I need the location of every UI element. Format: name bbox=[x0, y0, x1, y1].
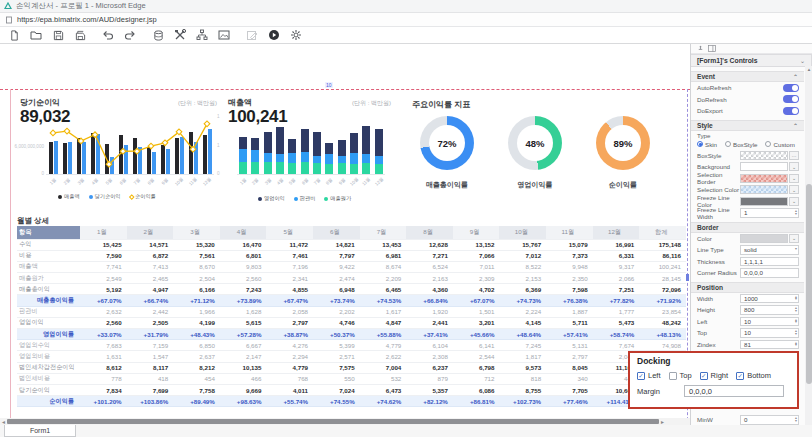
save-icon[interactable] bbox=[52, 29, 64, 41]
pin-icon[interactable] bbox=[697, 45, 704, 52]
toggle-switch[interactable] bbox=[783, 107, 799, 115]
position-section-header[interactable]: Position bbox=[691, 282, 804, 293]
table-row[interactable]: 당기순이익7,8347,6997,7589,6694,0117,0246,473… bbox=[17, 384, 686, 395]
table-row[interactable]: 비용7,5906,8727,5616,8017,4617,7976,9817,2… bbox=[17, 250, 686, 261]
stack-bar bbox=[274, 127, 286, 174]
toggle-switch[interactable] bbox=[783, 84, 799, 92]
color-swatch[interactable] bbox=[740, 197, 788, 206]
edit-icon[interactable] bbox=[246, 29, 258, 41]
toggle-switch[interactable] bbox=[783, 95, 799, 103]
monthly-detail-table[interactable]: 항목1월2월3월4월5월6월7월8월9월10월11월12월합계 수익15,425… bbox=[17, 226, 686, 407]
panel-scrollbar[interactable]: ▲ ▼ bbox=[805, 66, 812, 437]
number-input[interactable]: 800▴▾ bbox=[740, 305, 799, 315]
margin-input[interactable]: 0,0,0,0 bbox=[684, 385, 784, 397]
chart2-x-labels: 1월2월3월4월5월6월7월8월9월10월11월12월 bbox=[237, 179, 385, 184]
table-row[interactable]: 판관비2,6322,4421,9661,6282,0582,2021,6171,… bbox=[17, 306, 686, 317]
table-row[interactable]: 매출총이익5,1924,9476,1667,2434,8556,9486,465… bbox=[17, 284, 686, 295]
sitemap-icon[interactable] bbox=[196, 29, 208, 41]
browser-titlebar: 손익계산서 - 프로필 1 - Microsoft Edge bbox=[0, 0, 812, 13]
image-panel-icon[interactable] bbox=[218, 29, 230, 41]
radio-custom[interactable]: Custom bbox=[765, 141, 794, 148]
border-section-header[interactable]: Border bbox=[691, 222, 804, 233]
tools-icon[interactable] bbox=[174, 29, 186, 41]
scroll-left-icon[interactable]: ◄ bbox=[0, 419, 7, 425]
table-row[interactable]: 매출액7,7417,4138,6709,8037,1969,4228,6746,… bbox=[17, 261, 686, 272]
scroll-up-icon[interactable]: ▲ bbox=[805, 67, 812, 72]
settings-gear-icon[interactable] bbox=[290, 29, 302, 41]
table-row[interactable]: 영업외수익7,6837,1596,8506,6674,2765,3994,779… bbox=[17, 340, 686, 351]
number-input[interactable]: 81▴▾ bbox=[740, 340, 799, 350]
form-tab[interactable]: Form1 bbox=[4, 425, 76, 437]
table-row[interactable]: 영업이익2,5602,5054,1995,6152,7974,7464,8472… bbox=[17, 317, 686, 328]
donut-label: 순이익률 bbox=[583, 180, 663, 190]
stack-bar bbox=[360, 126, 372, 174]
design-canvas[interactable]: 당기순이익 (단위 : 백만원) 89,032 6,000,000,000 0 … bbox=[0, 44, 690, 418]
color-swatch[interactable] bbox=[740, 234, 788, 243]
style-section-header[interactable]: Style⌃ bbox=[691, 120, 804, 131]
radio-skin[interactable]: Skin bbox=[697, 141, 717, 148]
stack-bar bbox=[373, 129, 385, 174]
property-row: MinW0▴▾ bbox=[691, 414, 804, 426]
color-swatch[interactable] bbox=[740, 162, 788, 171]
number-input[interactable]: 10▴▾ bbox=[740, 317, 799, 327]
number-input[interactable]: 0▴▾ bbox=[740, 415, 799, 425]
save-all-icon[interactable] bbox=[74, 29, 86, 41]
color-swatch[interactable] bbox=[740, 174, 788, 183]
radio-boxstyle[interactable]: BoxStyle bbox=[725, 141, 757, 148]
selection-resize-handle[interactable] bbox=[686, 274, 689, 281]
controls-header[interactable]: [Form1]'s Controls ⌄ bbox=[691, 54, 812, 67]
docking-checkboxes: ✓LeftTop✓Right✓Bottom bbox=[637, 371, 791, 380]
docking-checkbox-right[interactable]: ✓Right bbox=[700, 371, 729, 380]
text-input[interactable]: 1,1,1,1 bbox=[740, 257, 799, 267]
donut-chart: 89% bbox=[596, 116, 650, 170]
type-radio-group: SkinBoxStyleCustom bbox=[691, 140, 804, 150]
horizontal-scrollbar[interactable]: ◄ ► bbox=[0, 418, 690, 425]
table-row[interactable]: 매출원가2,5492,4652,5042,5602,3412,4742,2092… bbox=[17, 273, 686, 284]
new-file-icon[interactable] bbox=[8, 29, 20, 41]
color-swatch[interactable] bbox=[740, 151, 788, 160]
table-row[interactable]: 매출총이익률+67.07%+66.74%+71.12%+73.89%+67.47… bbox=[17, 295, 686, 306]
color-swatch[interactable] bbox=[740, 185, 788, 194]
table-row[interactable]: 법인세차감전순이익8,6128,1178,21210,1354,7797,575… bbox=[17, 362, 686, 373]
event-row: DoExport bbox=[691, 105, 804, 117]
dock-layout-icon[interactable] bbox=[708, 45, 716, 52]
number-input[interactable]: 1000▴▾ bbox=[740, 294, 799, 304]
number-input[interactable]: 1▴▾ bbox=[740, 208, 799, 218]
stack-bar bbox=[237, 137, 249, 174]
table-row[interactable]: 순이익률+101.20%+103.86%+89.49%+98.63%+55.74… bbox=[17, 396, 686, 407]
table-header-month: 4월 bbox=[220, 226, 267, 239]
table-row[interactable]: 법인세비용77841845446676855053287971281834044… bbox=[17, 373, 686, 384]
picker-button[interactable]: ⌄ bbox=[789, 162, 799, 171]
undo-icon[interactable] bbox=[102, 29, 114, 41]
docking-checkbox-bottom[interactable]: ✓Bottom bbox=[736, 371, 771, 380]
open-folder-icon[interactable] bbox=[30, 29, 42, 41]
picker-button[interactable]: ⌄ bbox=[789, 197, 799, 206]
url-text[interactable]: https://epa.bimatrix.com/AUD/designer.js… bbox=[17, 15, 157, 24]
text-input[interactable]: 0,0,0,0 bbox=[740, 268, 799, 278]
event-section-header[interactable]: Event⌃ bbox=[691, 71, 804, 82]
picker-button[interactable]: ⌄ bbox=[789, 174, 799, 183]
database-icon[interactable] bbox=[152, 29, 164, 41]
select-input[interactable]: solid▾ bbox=[740, 245, 799, 255]
property-row: Line Typesolid▾ bbox=[691, 244, 804, 256]
designer-app: 손익계산서 - 프로필 1 - Microsoft Edge https://e… bbox=[0, 0, 812, 437]
docking-checkbox-top[interactable]: Top bbox=[669, 371, 692, 380]
table-header-month: 11월 bbox=[546, 226, 593, 239]
run-icon[interactable] bbox=[268, 29, 280, 41]
table-row[interactable]: 영업외비용1,6311,5472,6372,1472,2942,5712,622… bbox=[17, 351, 686, 362]
chart1-yaxis-tick: 0 bbox=[12, 171, 44, 176]
stacked-chart-bars bbox=[237, 125, 385, 175]
table-row[interactable]: 영업이익률+33.07%+31.79%+48.43%+57.28%+38.87%… bbox=[17, 329, 686, 340]
picker-button[interactable]: … bbox=[789, 151, 799, 160]
picker-button[interactable]: ⌄ bbox=[789, 234, 799, 243]
url-bar[interactable]: https://epa.bimatrix.com/AUD/designer.js… bbox=[0, 13, 812, 27]
table-header-month: 8월 bbox=[406, 226, 453, 239]
scroll-right-icon[interactable]: ► bbox=[659, 419, 666, 425]
property-row: Freeze Line Width1▴▾ bbox=[691, 207, 804, 219]
number-input[interactable]: 10▴▾ bbox=[740, 328, 799, 338]
table-row[interactable]: 수익15,42514,57115,32016,47011,47214,82113… bbox=[17, 239, 686, 250]
kpi2-value: 100,241 bbox=[228, 107, 287, 127]
docking-checkbox-left[interactable]: ✓Left bbox=[637, 371, 661, 380]
redo-icon[interactable] bbox=[124, 29, 136, 41]
picker-button[interactable]: ⌄ bbox=[789, 185, 799, 194]
